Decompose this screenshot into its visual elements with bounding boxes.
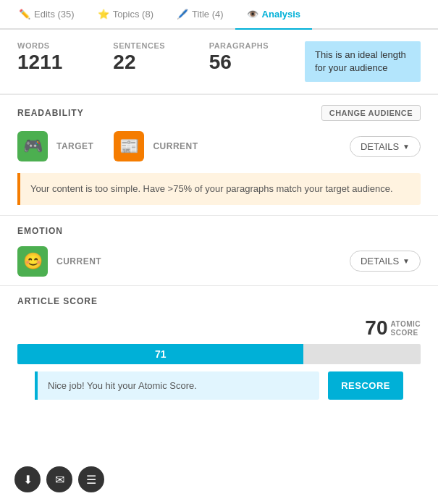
change-audience-button[interactable]: CHANGE AUDIENCE	[321, 105, 421, 121]
article-score-section: 70 ATOMIC SCORE 71 Nice job! You hit you…	[0, 312, 438, 408]
current-avatar: 📰	[114, 131, 144, 161]
readability-warning: Your content is too simple. Have >75% of…	[17, 173, 421, 205]
readability-title: READABILITY	[17, 108, 84, 118]
emotion-avatar: 😊	[17, 246, 48, 277]
emotion-header: EMOTION	[0, 216, 438, 242]
emotion-title: EMOTION	[17, 226, 63, 236]
stats-row: WORDS 1211 SENTENCES 22 PARAGRAPHS 56 Th…	[0, 30, 438, 94]
topics-icon: ⭐	[98, 9, 109, 20]
emotion-chevron-down-icon: ▼	[403, 257, 410, 265]
email-button[interactable]: ✉	[46, 466, 72, 492]
tab-topics[interactable]: ⭐ Topics (8)	[86, 0, 165, 30]
current-avatar-icon: 📰	[119, 137, 139, 156]
target-label: TARGET	[56, 141, 93, 151]
tab-analysis[interactable]: 👁️ Analysis	[235, 0, 312, 30]
ideal-length-box: This is an ideal length for your audienc…	[305, 41, 421, 82]
edits-icon: ✏️	[19, 9, 30, 20]
chevron-down-icon: ▼	[403, 143, 410, 151]
atomic-score-value: 70	[365, 316, 387, 340]
tab-edits[interactable]: ✏️ Edits (35)	[7, 0, 86, 30]
article-score-header: ARTICLE SCORE	[0, 286, 438, 312]
download-button[interactable]: ⬇	[14, 466, 41, 492]
paragraphs-stat: PARAGRAPHS 56	[209, 41, 305, 82]
emotion-icon: 😊	[23, 252, 43, 271]
list-icon: ☰	[86, 473, 96, 487]
readability-details-button[interactable]: DETAILS ▼	[350, 136, 421, 157]
email-icon: ✉	[55, 473, 64, 487]
score-progress-bar: 71	[17, 344, 421, 364]
article-score-title: ARTICLE SCORE	[17, 296, 98, 306]
audience-row: 🎮 TARGET 📰 CURRENT DETAILS ▼	[0, 127, 438, 169]
target-avatar-icon: 🎮	[23, 137, 43, 156]
title-icon: 🖊️	[177, 9, 188, 20]
tabs-bar: ✏️ Edits (35) ⭐ Topics (8) 🖊️ Title (4) …	[0, 0, 438, 30]
emotion-row: 😊 CURRENT DETAILS ▼	[0, 242, 438, 285]
list-button[interactable]: ☰	[78, 466, 104, 492]
target-avatar: 🎮	[17, 131, 48, 161]
score-top: 70 ATOMIC SCORE	[17, 316, 421, 340]
bottom-toolbar: ⬇ ✉ ☰	[14, 466, 104, 492]
current-label: CURRENT	[153, 141, 198, 151]
score-progress-fill: 71	[17, 344, 303, 364]
analysis-icon: 👁️	[247, 9, 258, 20]
words-stat: WORDS 1211	[17, 41, 113, 82]
nice-job-box: Nice job! You hit your Atomic Score.	[35, 371, 319, 400]
sentences-stat: SENTENCES 22	[113, 41, 209, 82]
readability-header: READABILITY CHANGE AUDIENCE	[0, 95, 438, 127]
emotion-details-button[interactable]: DETAILS ▼	[350, 251, 421, 272]
tab-title[interactable]: 🖊️ Title (4)	[165, 0, 235, 30]
download-icon: ⬇	[23, 473, 33, 487]
nice-job-row: Nice job! You hit your Atomic Score. RES…	[35, 371, 403, 400]
atomic-score-label: ATOMIC SCORE	[390, 320, 421, 340]
emotion-current-label: CURRENT	[56, 256, 101, 266]
rescore-button[interactable]: RESCORE	[328, 371, 403, 400]
